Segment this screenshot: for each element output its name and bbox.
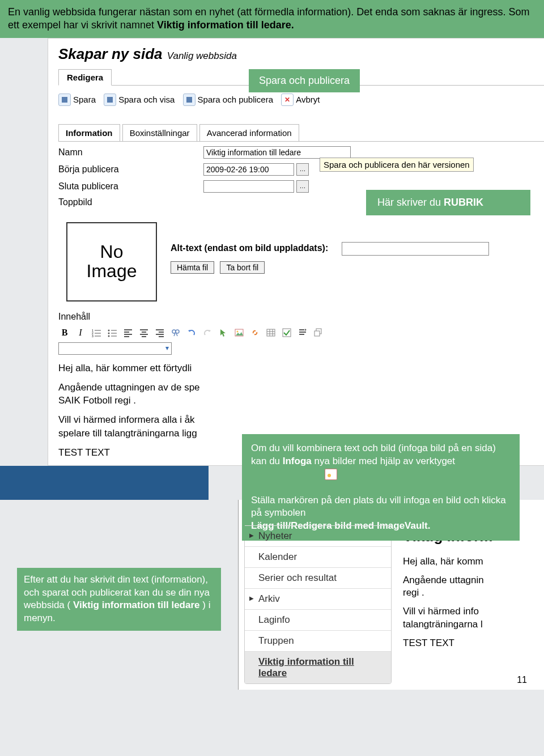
image-insert-icon bbox=[325, 469, 337, 480]
rte-misc-icon[interactable] bbox=[312, 326, 325, 339]
content-p4a: Vill vi härmed informera alla i åk bbox=[58, 414, 195, 425]
input-namn[interactable] bbox=[203, 146, 351, 159]
rte-align-left-icon[interactable] bbox=[122, 326, 134, 339]
rte-undo-icon[interactable] bbox=[185, 326, 198, 339]
label-borja-publicera: Börja publicera bbox=[58, 164, 203, 175]
rte-toolbar: B I 123 bbox=[58, 325, 544, 340]
label-toppbild: Toppbild bbox=[58, 197, 203, 207]
rte-table-icon[interactable] bbox=[265, 326, 277, 339]
svg-text:3: 3 bbox=[92, 334, 94, 337]
preview-p1: Hej alla, här komm bbox=[403, 555, 544, 568]
rte-style-select[interactable] bbox=[58, 342, 172, 355]
preview-p3: regi . bbox=[403, 587, 424, 598]
input-borja-publicera[interactable] bbox=[203, 163, 294, 176]
input-alt-text[interactable] bbox=[342, 242, 489, 256]
rte-align-center-icon[interactable] bbox=[138, 326, 150, 339]
image-controls: Alt-text (endast om bild uppladdats): Hä… bbox=[171, 242, 489, 274]
content-p1: Hej alla, här kommer ett förtydli bbox=[58, 362, 533, 375]
infoga-l2: Ställa markören på den plats du vill inf… bbox=[251, 495, 506, 519]
rte-image-icon[interactable] bbox=[233, 326, 245, 339]
intro-text-a: En vanlig webbsida fungerar nästan som e… bbox=[8, 6, 505, 18]
blue-separator bbox=[0, 466, 209, 500]
lower-left-col: Efter att du har skrivit din text (infor… bbox=[0, 500, 238, 690]
preview-p5: talangträningarna l bbox=[403, 619, 483, 630]
btn-ta-bort-fil[interactable]: Ta bort fil bbox=[220, 261, 265, 274]
tab-avancerad[interactable]: Avancerad information bbox=[199, 124, 299, 141]
svg-point-10 bbox=[108, 335, 110, 337]
rte-bold-icon[interactable]: B bbox=[58, 326, 71, 339]
infoga-l1c: nya bilder med hjälp av verktyget bbox=[314, 456, 456, 466]
date-picker-stop-icon[interactable]: … bbox=[296, 180, 309, 193]
rte-cursor-icon[interactable] bbox=[217, 326, 230, 339]
rte-redo-icon[interactable] bbox=[201, 326, 214, 339]
svg-line-27 bbox=[176, 333, 177, 336]
intro-text-bold: Viktig information till ledare. bbox=[157, 19, 294, 31]
rte-check-icon[interactable] bbox=[280, 326, 293, 339]
image-area: No Image Alt-text (endast om bild upplad… bbox=[58, 212, 544, 304]
svg-point-25 bbox=[176, 330, 179, 333]
date-picker-start-icon[interactable]: … bbox=[296, 163, 309, 176]
editor-panel: Skapar ny sida Vanlig webbsida Redigera … bbox=[48, 38, 544, 466]
svg-rect-40 bbox=[314, 331, 320, 336]
save-publish-icon bbox=[183, 94, 196, 106]
sidebar-item-viktig-info[interactable]: Viktig information till ledare bbox=[245, 651, 391, 683]
save-icon bbox=[58, 94, 71, 106]
rte-find-icon[interactable] bbox=[169, 326, 182, 339]
rte-ul-icon[interactable] bbox=[106, 326, 118, 339]
rte-format-icon[interactable] bbox=[296, 326, 309, 339]
btn-spara[interactable]: Spara bbox=[58, 94, 96, 106]
tooltip-spara-pub: Spara och publicera den här versionen bbox=[320, 158, 474, 172]
content-p3: SAIK Fotboll regi . bbox=[58, 395, 136, 406]
content-p4b: spelare till talangträningarna ligg bbox=[58, 428, 197, 439]
sidebar-item-serier[interactable]: Serier och resultat bbox=[245, 567, 391, 588]
btn-spara-visa-label: Spara och visa bbox=[118, 95, 175, 104]
no-image-text: No Image bbox=[87, 243, 137, 281]
svg-point-6 bbox=[108, 329, 110, 331]
sidebar-item-nyheter[interactable]: Nyheter bbox=[245, 525, 391, 546]
intro-note: En vanlig webbsida fungerar nästan som e… bbox=[0, 0, 544, 38]
btn-avbryt[interactable]: Avbryt bbox=[281, 94, 320, 106]
callout-rubrik: Här skriver du RUBRIK bbox=[366, 190, 530, 215]
page-number: 11 bbox=[517, 675, 527, 685]
rte-align-right-icon[interactable] bbox=[154, 326, 166, 339]
tab-redigera[interactable]: Redigera bbox=[58, 69, 112, 86]
sub-tabs-divider bbox=[58, 141, 544, 142]
alt-text-label: Alt-text (endast om bild uppladdats): bbox=[171, 243, 328, 253]
callout-spara-publicera: Spara och publicera bbox=[249, 69, 360, 92]
input-sluta-publicera[interactable] bbox=[203, 180, 294, 193]
after-b: Viktig information till ledare bbox=[73, 600, 200, 610]
btn-avbryt-label: Avbryt bbox=[296, 95, 320, 104]
rte-ol-icon[interactable]: 123 bbox=[90, 326, 103, 339]
btn-spara-label: Spara bbox=[73, 95, 96, 104]
page-subtitle: Vanlig webbsida bbox=[167, 50, 237, 61]
svg-rect-30 bbox=[267, 329, 275, 336]
tab-information[interactable]: Information bbox=[58, 124, 120, 141]
svg-point-29 bbox=[237, 330, 239, 332]
infoga-l1b: Infoga bbox=[283, 456, 312, 466]
callout-rubrik-a: Här skriver du bbox=[377, 197, 444, 208]
sidebar-item-truppen[interactable]: Truppen bbox=[245, 630, 391, 651]
no-image-placeholder: No Image bbox=[66, 222, 157, 301]
btn-spara-pub-label: Spara och publicera bbox=[198, 95, 273, 104]
label-innehall: Innehåll bbox=[58, 312, 544, 322]
preview-p2: Angående uttagnin bbox=[403, 575, 484, 585]
svg-point-8 bbox=[108, 332, 110, 334]
sub-tabs: Information Boxinställningar Avancerad i… bbox=[58, 124, 544, 141]
btn-hamta-fil[interactable]: Hämta fil bbox=[171, 261, 214, 274]
callout-rubrik-b: RUBRIK bbox=[444, 197, 483, 208]
rte-link-icon[interactable] bbox=[249, 326, 261, 339]
btn-spara-visa[interactable]: Spara och visa bbox=[104, 94, 175, 106]
callout-after-text: Efter att du har skrivit din text (infor… bbox=[17, 568, 221, 631]
label-sluta-publicera: Sluta publicera bbox=[58, 181, 203, 192]
label-namn: Namn bbox=[58, 147, 203, 158]
tab-boxinstallningar[interactable]: Boxinställningar bbox=[122, 124, 197, 141]
sidebar-item-kalender[interactable]: Kalender bbox=[245, 546, 391, 567]
svg-point-24 bbox=[172, 330, 176, 333]
rte-italic-icon[interactable]: I bbox=[74, 326, 87, 339]
sidebar-item-laginfo[interactable]: Laginfo bbox=[245, 609, 391, 630]
svg-line-26 bbox=[174, 333, 175, 336]
btn-spara-pub[interactable]: Spara och publicera bbox=[183, 94, 273, 106]
cancel-icon bbox=[281, 94, 294, 106]
sidebar-item-arkiv[interactable]: Arkiv bbox=[245, 588, 391, 609]
content-p2: Angående uttagningen av de spe bbox=[58, 382, 200, 393]
